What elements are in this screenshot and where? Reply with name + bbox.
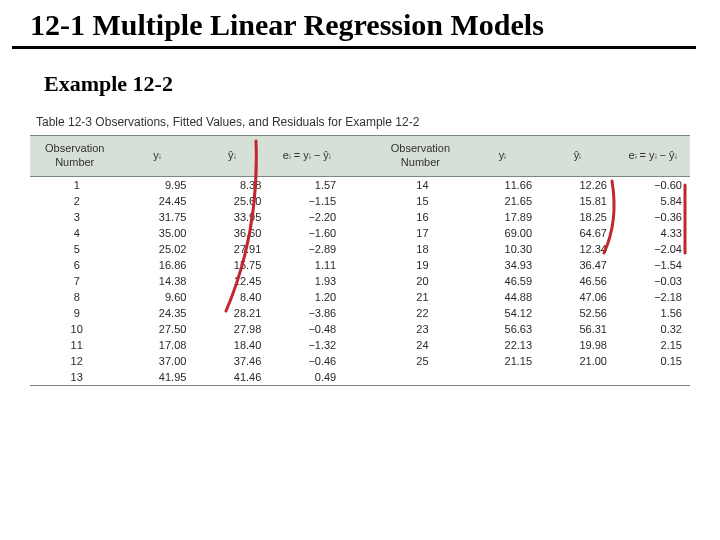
- table-row: 714.3812.451.932046.5946.56−0.03: [30, 273, 690, 289]
- cell-yhat: 18.25: [540, 209, 615, 225]
- cell-resid: −0.36: [615, 209, 690, 225]
- cell-obs: 3: [30, 209, 119, 225]
- cell-resid: 1.20: [269, 289, 344, 305]
- cell-obs: 8: [30, 289, 119, 305]
- cell-obs: 21: [376, 289, 465, 305]
- cell-gap: [344, 225, 375, 241]
- cell-yhat: 25.60: [194, 193, 269, 209]
- cell-obs: 24: [376, 337, 465, 353]
- table-wrap: ObservationNumber yᵢ ŷᵢ eᵢ = yᵢ − ŷᵢ Obs…: [30, 135, 690, 386]
- cell-obs: 19: [376, 257, 465, 273]
- cell-obs: 22: [376, 305, 465, 321]
- cell-yhat: 27.98: [194, 321, 269, 337]
- cell-y: 37.00: [119, 353, 194, 369]
- cell-obs: 1: [30, 176, 119, 193]
- cell-obs: 5: [30, 241, 119, 257]
- table-row: 331.7533.95−2.201617.8918.25−0.36: [30, 209, 690, 225]
- col-yhat: ŷᵢ: [194, 136, 269, 177]
- cell-resid: 0.32: [615, 321, 690, 337]
- cell-y: 21.65: [465, 193, 540, 209]
- cell-gap: [344, 209, 375, 225]
- cell-resid: −2.18: [615, 289, 690, 305]
- cell-yhat: 52.56: [540, 305, 615, 321]
- cell-gap: [344, 257, 375, 273]
- cell-resid: −0.48: [269, 321, 344, 337]
- cell-y: 44.88: [465, 289, 540, 305]
- cell-resid: 1.56: [615, 305, 690, 321]
- cell-yhat: 64.67: [540, 225, 615, 241]
- table-row: 89.608.401.202144.8847.06−2.18: [30, 289, 690, 305]
- col-obs: ObservationNumber: [30, 136, 119, 177]
- cell-y: 21.15: [465, 353, 540, 369]
- cell-yhat: 8.40: [194, 289, 269, 305]
- cell-y: 11.66: [465, 176, 540, 193]
- cell-yhat: 47.06: [540, 289, 615, 305]
- cell-y: 31.75: [119, 209, 194, 225]
- cell-obs: 9: [30, 305, 119, 321]
- cell-resid: 1.11: [269, 257, 344, 273]
- col-y-r: yᵢ: [465, 136, 540, 177]
- cell-resid: 0.15: [615, 353, 690, 369]
- cell-resid: −3.86: [269, 305, 344, 321]
- cell-gap: [344, 193, 375, 209]
- table-row: 616.8615.751.111934.9336.47−1.54: [30, 257, 690, 273]
- cell-y: 35.00: [119, 225, 194, 241]
- page-title: 12-1 Multiple Linear Regression Models: [12, 0, 696, 49]
- cell-y: 54.12: [465, 305, 540, 321]
- cell-gap: [344, 176, 375, 193]
- cell-resid: −0.60: [615, 176, 690, 193]
- data-table: ObservationNumber yᵢ ŷᵢ eᵢ = yᵢ − ŷᵢ Obs…: [30, 135, 690, 386]
- cell-yhat: 18.40: [194, 337, 269, 353]
- cell-y: 34.93: [465, 257, 540, 273]
- cell-resid: 5.84: [615, 193, 690, 209]
- cell-y: 22.13: [465, 337, 540, 353]
- cell-obs: 11: [30, 337, 119, 353]
- cell-gap: [344, 305, 375, 321]
- cell-y: 24.45: [119, 193, 194, 209]
- cell-gap: [344, 321, 375, 337]
- cell-obs: 18: [376, 241, 465, 257]
- cell-gap: [344, 353, 375, 369]
- cell-resid: −2.20: [269, 209, 344, 225]
- table-row: 1341.9541.460.49: [30, 369, 690, 386]
- cell-yhat: 37.46: [194, 353, 269, 369]
- col-y: yᵢ: [119, 136, 194, 177]
- cell-gap: [344, 241, 375, 257]
- cell-gap: [344, 273, 375, 289]
- cell-yhat: 28.21: [194, 305, 269, 321]
- table-caption: Table 12-3 Observations, Fitted Values, …: [36, 115, 720, 129]
- cell-yhat: 33.95: [194, 209, 269, 225]
- cell-obs: 20: [376, 273, 465, 289]
- cell-gap: [344, 369, 375, 386]
- cell-resid: 4.33: [615, 225, 690, 241]
- cell-resid: −0.03: [615, 273, 690, 289]
- cell-obs: 12: [30, 353, 119, 369]
- col-gap: [344, 136, 375, 177]
- cell-yhat: 36.60: [194, 225, 269, 241]
- cell-obs: 25: [376, 353, 465, 369]
- cell-yhat: 15.75: [194, 257, 269, 273]
- cell-obs: 10: [30, 321, 119, 337]
- cell-yhat: 12.34: [540, 241, 615, 257]
- cell-gap: [344, 337, 375, 353]
- cell-obs: 6: [30, 257, 119, 273]
- cell-y: 56.63: [465, 321, 540, 337]
- cell-resid: 1.57: [269, 176, 344, 193]
- cell-obs: 16: [376, 209, 465, 225]
- cell-y: 9.95: [119, 176, 194, 193]
- cell-y: 41.95: [119, 369, 194, 386]
- cell-yhat: 15.81: [540, 193, 615, 209]
- table-row: 19.958.381.571411.6612.26−0.60: [30, 176, 690, 193]
- cell-obs: 14: [376, 176, 465, 193]
- cell-obs: 7: [30, 273, 119, 289]
- cell-resid: −2.04: [615, 241, 690, 257]
- cell-y: 17.89: [465, 209, 540, 225]
- cell-yhat: 12.26: [540, 176, 615, 193]
- col-obs-r: ObservationNumber: [376, 136, 465, 177]
- cell-y: 17.08: [119, 337, 194, 353]
- table-header-row: ObservationNumber yᵢ ŷᵢ eᵢ = yᵢ − ŷᵢ Obs…: [30, 136, 690, 177]
- cell-yhat: 41.46: [194, 369, 269, 386]
- cell-obs: [376, 369, 465, 386]
- col-resid-r: eᵢ = yᵢ − ŷᵢ: [615, 136, 690, 177]
- cell-yhat: 19.98: [540, 337, 615, 353]
